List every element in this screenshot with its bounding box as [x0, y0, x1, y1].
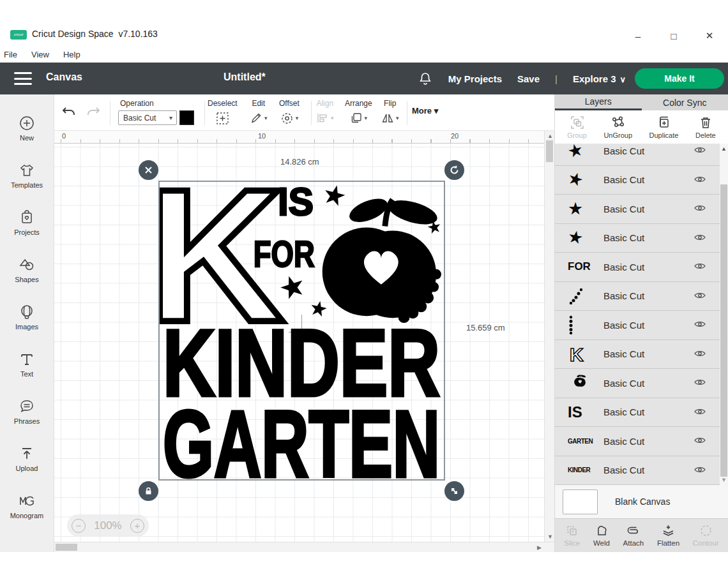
offset-tool[interactable]: Offset ▾	[279, 99, 300, 126]
sidebar-item-templates[interactable]: Templates	[0, 152, 54, 199]
horizontal-scrollbar[interactable]: ▶	[54, 542, 554, 552]
make-it-button[interactable]: Make It	[635, 68, 724, 89]
ruler-tick-label: 0	[62, 132, 66, 140]
upload-icon	[19, 445, 35, 462]
eye-icon[interactable]	[694, 175, 708, 185]
sidebar-item-shapes[interactable]: Shapes	[0, 246, 54, 294]
canvas-nav-label[interactable]: Canvas	[46, 71, 82, 83]
sidebar-item-images[interactable]: Images	[0, 294, 54, 341]
selection-box[interactable]: K IS FOR	[158, 181, 445, 481]
tab-layers[interactable]: Layers	[555, 94, 642, 110]
scrollbar-thumb[interactable]	[56, 544, 77, 551]
canvas-color-swatch[interactable]	[563, 489, 598, 514]
edit-tool[interactable]: Edit ▾	[250, 99, 268, 126]
menu-help[interactable]: Help	[63, 50, 80, 59]
layer-row-k[interactable]: K Basic Cut	[555, 340, 728, 369]
kindergarten-design[interactable]: K IS FOR	[160, 182, 444, 479]
delete-button[interactable]: Delete	[695, 116, 716, 139]
delete-label: Delete	[695, 131, 716, 139]
layer-row-is[interactable]: IS Basic Cut	[555, 398, 728, 428]
layer-list-scrollbar[interactable]: ▲ ▼	[720, 144, 728, 485]
ungroup-button[interactable]: UnGroup	[603, 116, 632, 139]
deselect-tool[interactable]: Deselect	[208, 99, 238, 126]
color-swatch[interactable]	[179, 110, 194, 125]
scroll-down-icon[interactable]: ▼	[721, 477, 727, 483]
zoom-in-button[interactable]: +	[130, 519, 144, 533]
bell-icon[interactable]	[418, 71, 433, 86]
layer-row-star-2[interactable]: ★ Basic Cut	[555, 166, 728, 195]
design-word-garten: GARTEN	[163, 391, 440, 479]
more-menu[interactable]: More ▾	[412, 106, 438, 116]
canvas-grid[interactable]: 14.826 cm 15.659 cm	[54, 144, 544, 542]
eye-icon[interactable]	[694, 465, 708, 475]
eye-icon[interactable]	[694, 262, 708, 272]
vertical-scrollbar[interactable]: ▲ ▼	[544, 131, 554, 542]
tab-color-sync[interactable]: Color Sync	[642, 94, 728, 110]
scroll-right-icon[interactable]: ▶	[537, 544, 542, 551]
eye-icon[interactable]	[694, 349, 708, 359]
layer-row-dots-diagonal[interactable]: Basic Cut	[555, 282, 728, 311]
scrollbar-thumb[interactable]	[546, 140, 553, 162]
menu-file[interactable]: File	[4, 50, 17, 59]
eye-icon[interactable]	[694, 320, 708, 330]
resize-handle[interactable]	[444, 481, 464, 501]
eye-icon[interactable]	[694, 378, 708, 388]
eye-icon[interactable]	[694, 204, 708, 214]
arrange-tool[interactable]: Arrange ▾	[345, 99, 372, 126]
edit-toolbar: Operation Basic Cut▾ Deselect Edit ▾ Off…	[54, 94, 554, 131]
document-title[interactable]: Untitled*	[224, 71, 266, 83]
sidebar-item-text[interactable]: Text	[0, 341, 54, 388]
attach-button[interactable]: Attach	[623, 524, 644, 547]
save-link[interactable]: Save	[517, 73, 540, 84]
rotate-icon	[450, 165, 459, 175]
delete-handle[interactable]	[139, 160, 158, 180]
blank-canvas-row[interactable]: Blank Canvas	[555, 485, 728, 518]
layer-row-apple[interactable]: Basic Cut	[555, 369, 728, 398]
layer-row-kinder[interactable]: KINDER Basic Cut	[555, 456, 728, 486]
layer-row-garten[interactable]: GARTEN Basic Cut	[555, 427, 728, 456]
flip-tool[interactable]: Flip ▾	[381, 99, 399, 126]
redo-icon[interactable]	[85, 103, 103, 121]
sidebar-item-phrases[interactable]: Phrases	[0, 388, 54, 435]
duplicate-button[interactable]: Duplicate	[649, 116, 679, 139]
maximize-button[interactable]: □	[665, 27, 682, 44]
menu-view[interactable]: View	[31, 50, 49, 59]
scrollbar-thumb[interactable]	[720, 184, 727, 477]
eye-icon[interactable]	[694, 146, 708, 156]
layer-row-for[interactable]: FOR Basic Cut	[555, 253, 728, 282]
minimize-button[interactable]: –	[630, 27, 646, 44]
eye-icon[interactable]	[694, 233, 708, 243]
zoom-out-button[interactable]: −	[72, 519, 86, 533]
close-button[interactable]: ✕	[701, 27, 718, 44]
machine-selector[interactable]: Explore 3∨	[573, 73, 626, 84]
layer-row-star-1[interactable]: ★ Basic Cut	[555, 144, 728, 166]
flatten-button[interactable]: Flatten	[657, 524, 679, 547]
sidebar-item-projects[interactable]: Projects	[0, 199, 54, 246]
left-sidebar: New Templates Projects Shapes Images Tex…	[0, 94, 54, 552]
layer-label: Basic Cut	[600, 204, 694, 214]
rotate-handle[interactable]	[444, 160, 464, 180]
lock-handle[interactable]	[139, 481, 158, 501]
layer-label: Basic Cut	[600, 436, 694, 447]
svg-text:K: K	[570, 345, 584, 364]
hamburger-menu-icon[interactable]	[14, 71, 32, 86]
scroll-up-icon[interactable]: ▲	[721, 146, 727, 152]
layer-row-star-4[interactable]: ★ Basic Cut	[555, 224, 728, 253]
eye-icon[interactable]	[694, 436, 708, 446]
eye-icon[interactable]	[694, 291, 708, 301]
scroll-down-icon[interactable]: ▼	[547, 534, 553, 540]
sidebar-item-monogram[interactable]: Monogram	[0, 482, 54, 530]
scroll-up-icon[interactable]: ▲	[547, 133, 553, 139]
undo-icon[interactable]	[59, 103, 77, 121]
sidebar-item-upload[interactable]: Upload	[0, 435, 54, 482]
layer-row-dots-vertical[interactable]: Basic Cut	[555, 311, 728, 340]
operation-dropdown[interactable]: Basic Cut▾	[118, 110, 177, 125]
sidebar-item-new[interactable]: New	[0, 105, 54, 152]
window-title: Cricut Design Space v7.10.163	[32, 29, 158, 39]
my-projects-link[interactable]: My Projects	[448, 73, 502, 84]
layer-row-star-3[interactable]: ★ Basic Cut	[555, 195, 728, 224]
eye-icon[interactable]	[694, 407, 708, 417]
selection-width-label: 14.826 cm	[280, 157, 319, 167]
weld-button[interactable]: Weld	[593, 524, 610, 547]
sidebar-label: Upload	[16, 465, 38, 472]
